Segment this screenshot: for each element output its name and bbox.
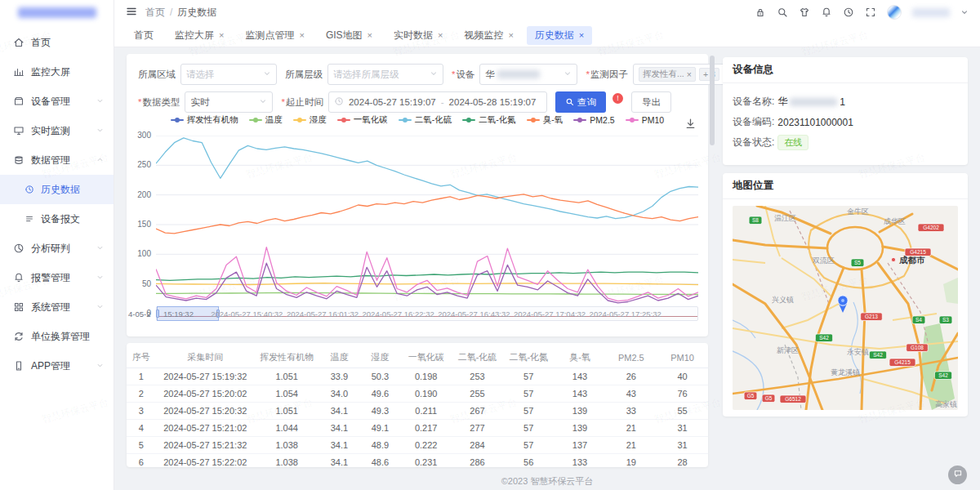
table-cell: 34.1	[318, 436, 359, 453]
datazoom-slider[interactable]: 15:19:322024-05-27 15:40:322024-05-27 16…	[156, 306, 698, 321]
legend-label: 湿度	[310, 114, 327, 126]
chevron-down-icon	[960, 8, 969, 16]
table-cell: 49.3	[359, 402, 400, 419]
sidebar-subitem-历史数据[interactable]: 历史数据	[0, 175, 114, 204]
legend-item-二氧-化氮[interactable]: 二氧-化氮	[462, 114, 516, 126]
sidebar-item-9[interactable]: APP管理	[0, 351, 114, 381]
tag-close-icon[interactable]: ×	[687, 69, 692, 79]
download-chart-icon[interactable]	[684, 118, 697, 132]
tab-close-icon[interactable]: ×	[438, 31, 443, 40]
chevron-down-icon	[96, 362, 104, 369]
tab-GIS地图[interactable]: GIS地图×	[318, 26, 381, 45]
legend-item-臭-氧[interactable]: 臭-氧	[527, 114, 564, 126]
theme-skin-icon[interactable]	[799, 7, 810, 18]
username-redacted[interactable]	[912, 8, 950, 17]
history-table: 序号采集时间挥发性有机物温度湿度一氧化碳二氧-化硫二氧-化氮臭-氧PM2.5PM…	[127, 348, 708, 467]
city-dot	[891, 257, 895, 261]
tab-监控大屏[interactable]: 监控大屏×	[167, 26, 232, 45]
lock-icon[interactable]	[755, 7, 766, 18]
tab-close-icon[interactable]: ×	[219, 31, 224, 40]
table-cell: 0.222	[400, 436, 452, 453]
legend-item-二氧-化硫[interactable]: 二氧-化硫	[399, 114, 452, 126]
region-label: 所属区域	[138, 69, 176, 81]
chevron-down-icon	[96, 244, 104, 252]
svg-text:S42: S42	[873, 352, 883, 358]
factor-tag[interactable]: 挥发性有...×	[639, 67, 696, 82]
tab-首页[interactable]: 首页	[126, 26, 162, 45]
user-avatar[interactable]	[887, 5, 902, 20]
legend-item-湿度[interactable]: 湿度	[293, 114, 327, 126]
table-cell: 6	[127, 453, 156, 467]
legend-item-温度[interactable]: 温度	[249, 114, 283, 126]
sidebar-subitem-label: 历史数据	[41, 183, 104, 197]
map-label-兴义镇: 兴义镇	[772, 296, 794, 304]
tab-实时数据[interactable]: 实时数据×	[385, 26, 451, 45]
message-icon	[24, 214, 34, 224]
legend-item-PM2.5[interactable]: PM2.5	[573, 114, 614, 126]
sidebar-subitem-设备报文[interactable]: 设备报文	[0, 204, 114, 234]
table-cell: 0.198	[400, 368, 452, 385]
hamburger-icon	[126, 6, 137, 17]
scrollbar-thumb[interactable]	[710, 56, 715, 145]
collapse-sidebar-icon[interactable]	[126, 6, 137, 20]
legend-item-PM10[interactable]: PM10	[626, 114, 664, 126]
sidebar-item-1[interactable]: 监控大屏	[0, 57, 114, 87]
tab-监测点管理[interactable]: 监测点管理×	[237, 26, 312, 45]
y-tick-label: 150	[128, 220, 151, 229]
tab-close-icon[interactable]: ×	[368, 31, 372, 40]
table-cell: 255	[452, 385, 503, 402]
tab-label: 实时数据	[394, 29, 433, 42]
map-panel: 地图位置	[723, 173, 968, 416]
search-button[interactable]: 查询	[555, 91, 606, 113]
device-label: *设备	[452, 69, 474, 81]
sidebar-item-8[interactable]: 单位换算管理	[0, 322, 114, 351]
clock-icon	[334, 96, 344, 108]
device-location-pin[interactable]	[838, 296, 848, 313]
y-tick-label: 250	[128, 160, 151, 169]
table-header-PM2.5: PM2.5	[605, 348, 657, 368]
chat-fab-button[interactable]	[948, 466, 967, 484]
datazoom-left-handle[interactable]	[156, 310, 159, 318]
chevron-down-icon	[263, 69, 271, 79]
breadcrumb-home[interactable]: 首页	[145, 6, 165, 20]
factor-label: *监测因子	[586, 69, 627, 81]
table-cell: 0.211	[400, 402, 452, 419]
table-row: 52024-05-27 15:21:321.03834.148.90.22228…	[127, 436, 708, 453]
data-type-select[interactable]: 实时	[185, 91, 273, 113]
table-cell: 143	[555, 385, 606, 402]
sidebar-item-5[interactable]: 分析研判	[0, 234, 114, 263]
tab-历史数据[interactable]: 历史数据×	[527, 26, 592, 45]
sidebar-item-6[interactable]: 报警管理	[0, 263, 114, 292]
table-cell: 277	[452, 419, 503, 436]
sidebar-item-7[interactable]: 系统管理	[0, 292, 114, 322]
chart-legend: 挥发性有机物温度湿度一氧化碳二氧-化硫二氧-化氮臭-氧PM2.5PM10	[127, 114, 708, 126]
tab-close-icon[interactable]: ×	[579, 31, 584, 40]
search-icon[interactable]	[777, 7, 788, 18]
export-button[interactable]: 导出	[631, 91, 671, 113]
sidebar-item-4[interactable]: 数据管理	[0, 145, 114, 175]
sidebar-item-2[interactable]: 设备管理	[0, 87, 114, 116]
region-select[interactable]: 请选择	[180, 64, 277, 85]
legend-item-挥发性有机物[interactable]: 挥发性有机物	[171, 114, 238, 126]
level-select[interactable]: 请选择所属层级	[327, 64, 443, 85]
notification-bell-icon[interactable]	[821, 7, 832, 18]
tab-label: 监控大屏	[175, 29, 214, 42]
device-select[interactable]: 华	[479, 64, 577, 85]
table-header-PM10: PM10	[657, 348, 708, 368]
table-cell: 33.9	[318, 368, 359, 385]
clock-icon[interactable]	[843, 7, 854, 18]
user-menu-chevron-icon[interactable]	[960, 8, 969, 16]
content-scrollbar[interactable]	[710, 54, 715, 467]
sidebar-item-0[interactable]: 首页	[0, 28, 114, 57]
tab-close-icon[interactable]: ×	[508, 31, 513, 40]
table-header-二氧-化氮: 二氧-化氮	[503, 348, 555, 368]
fullscreen-icon[interactable]	[865, 7, 876, 18]
tab-视频监控[interactable]: 视频监控×	[456, 26, 521, 45]
tab-close-icon[interactable]: ×	[299, 31, 304, 40]
time-range-picker[interactable]: 2024-05-27 15:19:07 - 2024-05-28 15:19:0…	[328, 91, 547, 113]
legend-label: 温度	[265, 114, 283, 126]
legend-item-一氧化碳[interactable]: 一氧化碳	[337, 114, 388, 126]
sidebar-item-3[interactable]: 实时监测	[0, 116, 114, 145]
legend-marker	[399, 119, 412, 121]
map-canvas[interactable]: 温江区金牛区成华区双流区兴义镇新津区永安镇黄龙溪镇高家镇成都市S8G4202S5…	[733, 206, 958, 410]
